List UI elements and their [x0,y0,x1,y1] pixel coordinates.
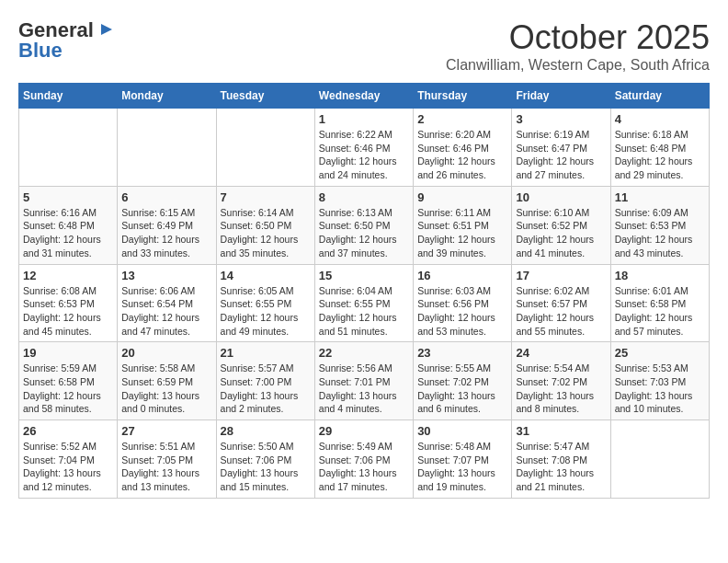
svg-marker-0 [101,24,112,35]
day-info: Sunrise: 6:06 AM Sunset: 6:54 PM Dayligh… [121,284,211,339]
day-number: 15 [319,269,409,282]
day-number: 30 [417,424,507,438]
logo-blue: Blue [18,39,63,63]
day-info: Sunrise: 5:57 AM Sunset: 7:00 PM Dayligh… [221,362,311,416]
day-info: Sunrise: 6:02 AM Sunset: 6:57 PM Dayligh… [516,284,606,339]
calendar-week-row: 19Sunrise: 5:59 AM Sunset: 6:58 PM Dayli… [19,342,710,420]
day-number: 16 [417,269,507,282]
calendar-cell [610,420,709,499]
day-info: Sunrise: 5:52 AM Sunset: 7:04 PM Dayligh… [23,440,113,494]
day-number: 22 [319,346,409,360]
day-number: 23 [417,346,507,360]
weekday-header-wednesday: Wednesday [314,84,413,109]
weekday-header-sunday: Sunday [19,84,118,109]
location-subtitle: Clanwilliam, Western Cape, South Africa [446,57,710,74]
day-number: 27 [121,424,211,438]
day-number: 7 [221,190,311,204]
calendar-week-row: 12Sunrise: 6:08 AM Sunset: 6:53 PM Dayli… [19,264,710,342]
day-info: Sunrise: 5:50 AM Sunset: 7:06 PM Dayligh… [221,440,311,494]
month-title: October 2025 [446,18,710,57]
calendar-cell: 15Sunrise: 6:04 AM Sunset: 6:55 PM Dayli… [314,264,413,342]
day-info: Sunrise: 6:01 AM Sunset: 6:58 PM Dayligh… [615,284,705,339]
day-number: 9 [417,190,507,204]
calendar-cell: 2Sunrise: 6:20 AM Sunset: 6:46 PM Daylig… [414,109,512,187]
day-number: 29 [319,424,409,438]
day-info: Sunrise: 6:18 AM Sunset: 6:48 PM Dayligh… [615,128,705,182]
calendar-cell: 3Sunrise: 6:19 AM Sunset: 6:47 PM Daylig… [512,109,610,187]
day-info: Sunrise: 5:48 AM Sunset: 7:07 PM Dayligh… [417,440,507,494]
calendar-cell: 9Sunrise: 6:11 AM Sunset: 6:51 PM Daylig… [414,186,512,264]
weekday-header-thursday: Thursday [414,84,512,109]
day-info: Sunrise: 5:54 AM Sunset: 7:02 PM Dayligh… [516,362,606,416]
title-area: October 2025 Clanwilliam, Western Cape, … [446,18,710,74]
logo: General Blue [18,18,112,63]
calendar-cell: 22Sunrise: 5:56 AM Sunset: 7:01 PM Dayli… [314,342,413,420]
day-number: 21 [221,346,311,360]
logo-bird-icon [96,22,112,39]
calendar-week-row: 26Sunrise: 5:52 AM Sunset: 7:04 PM Dayli… [19,420,710,499]
calendar-cell: 27Sunrise: 5:51 AM Sunset: 7:05 PM Dayli… [118,420,216,499]
day-info: Sunrise: 5:49 AM Sunset: 7:06 PM Dayligh… [319,440,409,494]
day-info: Sunrise: 6:16 AM Sunset: 6:48 PM Dayligh… [23,206,113,260]
calendar-table: SundayMondayTuesdayWednesdayThursdayFrid… [18,83,710,499]
calendar-cell: 17Sunrise: 6:02 AM Sunset: 6:57 PM Dayli… [512,264,610,342]
day-info: Sunrise: 6:03 AM Sunset: 6:56 PM Dayligh… [417,284,507,339]
calendar-cell: 23Sunrise: 5:55 AM Sunset: 7:02 PM Dayli… [414,342,512,420]
day-number: 17 [516,269,606,282]
day-info: Sunrise: 6:14 AM Sunset: 6:50 PM Dayligh… [221,206,311,260]
day-number: 11 [615,190,705,204]
day-info: Sunrise: 5:56 AM Sunset: 7:01 PM Dayligh… [319,362,409,416]
day-number: 12 [23,269,113,282]
calendar-cell: 21Sunrise: 5:57 AM Sunset: 7:00 PM Dayli… [216,342,314,420]
day-number: 6 [121,190,211,204]
weekday-header-tuesday: Tuesday [216,84,314,109]
calendar-cell: 13Sunrise: 6:06 AM Sunset: 6:54 PM Dayli… [118,264,216,342]
day-info: Sunrise: 6:20 AM Sunset: 6:46 PM Dayligh… [417,128,507,182]
day-number: 25 [615,346,705,360]
day-number: 8 [319,190,409,204]
calendar-cell: 11Sunrise: 6:09 AM Sunset: 6:53 PM Dayli… [610,186,709,264]
calendar-cell: 16Sunrise: 6:03 AM Sunset: 6:56 PM Dayli… [414,264,512,342]
weekday-header-friday: Friday [512,84,610,109]
day-number: 26 [23,424,113,438]
calendar-cell: 6Sunrise: 6:15 AM Sunset: 6:49 PM Daylig… [118,186,216,264]
day-info: Sunrise: 5:53 AM Sunset: 7:03 PM Dayligh… [615,362,705,416]
page-header: General Blue October 2025 Clanwilliam, W… [18,18,710,74]
calendar-cell [216,109,314,187]
calendar-cell: 12Sunrise: 6:08 AM Sunset: 6:53 PM Dayli… [19,264,118,342]
calendar-cell [118,109,216,187]
calendar-cell: 18Sunrise: 6:01 AM Sunset: 6:58 PM Dayli… [610,264,709,342]
day-number: 4 [615,112,705,126]
day-info: Sunrise: 5:58 AM Sunset: 6:59 PM Dayligh… [121,362,211,416]
day-info: Sunrise: 5:59 AM Sunset: 6:58 PM Dayligh… [23,362,113,416]
day-number: 13 [121,269,211,282]
calendar-cell: 20Sunrise: 5:58 AM Sunset: 6:59 PM Dayli… [118,342,216,420]
calendar-cell: 29Sunrise: 5:49 AM Sunset: 7:06 PM Dayli… [314,420,413,499]
weekday-header-row: SundayMondayTuesdayWednesdayThursdayFrid… [19,84,710,109]
day-info: Sunrise: 6:11 AM Sunset: 6:51 PM Dayligh… [417,206,507,260]
day-number: 2 [417,112,507,126]
day-number: 31 [516,424,606,438]
day-number: 10 [516,190,606,204]
calendar-cell: 30Sunrise: 5:48 AM Sunset: 7:07 PM Dayli… [414,420,512,499]
day-info: Sunrise: 5:51 AM Sunset: 7:05 PM Dayligh… [121,440,211,494]
calendar-cell: 5Sunrise: 6:16 AM Sunset: 6:48 PM Daylig… [19,186,118,264]
weekday-header-saturday: Saturday [610,84,709,109]
day-info: Sunrise: 6:04 AM Sunset: 6:55 PM Dayligh… [319,284,409,339]
calendar-week-row: 1Sunrise: 6:22 AM Sunset: 6:46 PM Daylig… [19,109,710,187]
day-number: 28 [221,424,311,438]
day-info: Sunrise: 6:09 AM Sunset: 6:53 PM Dayligh… [615,206,705,260]
day-info: Sunrise: 6:22 AM Sunset: 6:46 PM Dayligh… [319,128,409,182]
calendar-cell: 7Sunrise: 6:14 AM Sunset: 6:50 PM Daylig… [216,186,314,264]
calendar-cell: 28Sunrise: 5:50 AM Sunset: 7:06 PM Dayli… [216,420,314,499]
calendar-cell: 14Sunrise: 6:05 AM Sunset: 6:55 PM Dayli… [216,264,314,342]
day-number: 20 [121,346,211,360]
day-number: 1 [319,112,409,126]
calendar-cell: 1Sunrise: 6:22 AM Sunset: 6:46 PM Daylig… [314,109,413,187]
day-number: 24 [516,346,606,360]
day-info: Sunrise: 6:10 AM Sunset: 6:52 PM Dayligh… [516,206,606,260]
day-info: Sunrise: 5:47 AM Sunset: 7:08 PM Dayligh… [516,440,606,494]
day-number: 18 [615,269,705,282]
day-info: Sunrise: 6:05 AM Sunset: 6:55 PM Dayligh… [221,284,311,339]
calendar-cell: 10Sunrise: 6:10 AM Sunset: 6:52 PM Dayli… [512,186,610,264]
